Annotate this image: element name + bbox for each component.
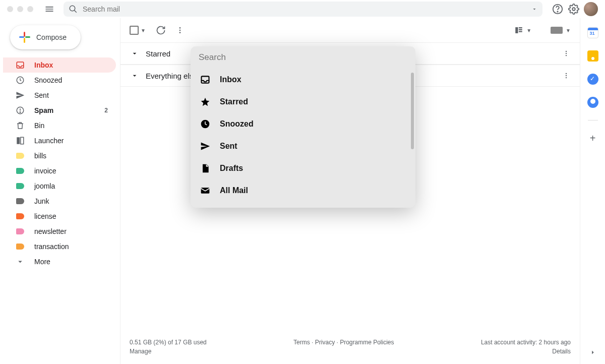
search-options-icon[interactable] [531,6,537,12]
terms-link[interactable]: Terms [293,339,310,346]
sidebar-item-transaction[interactable]: transaction [3,239,116,254]
nav-label: Inbox [34,61,53,69]
popup-item-drafts[interactable]: Drafts [191,157,415,179]
section-more-icon[interactable] [563,72,570,79]
tasks-app-icon[interactable] [587,74,598,85]
svg-point-0 [70,6,75,11]
sidebar-item-license[interactable]: license [3,209,116,224]
popup-item-starred[interactable]: Starred [191,91,415,113]
add-app-icon[interactable]: + [590,133,596,144]
contacts-app-icon[interactable] [587,97,598,108]
star-icon [200,96,211,107]
svg-point-4 [572,8,575,11]
label-icon [15,181,25,191]
svg-point-3 [557,11,558,12]
popup-search[interactable] [191,46,415,69]
sidebar-item-snoozed[interactable]: Snoozed [3,73,116,88]
popup-item-snoozed[interactable]: Snoozed [191,113,415,135]
account-avatar[interactable] [584,2,598,16]
sidebar-item-joomla[interactable]: joomla [3,178,116,194]
footer-links: Terms · Privacy · Programme Policies [293,339,394,346]
popup-scrollbar[interactable] [411,73,414,149]
nav-label: Launcher [34,137,64,145]
nav-list: InboxSnoozedSentSpam2BinLauncherbillsinv… [3,57,116,269]
clock-icon [15,75,25,85]
svg-point-21 [566,53,567,54]
popup-item-sent[interactable]: Sent [191,135,415,157]
sidebar-item-spam[interactable]: Spam2 [3,103,116,118]
popup-item-all-mail[interactable]: All Mail [191,179,415,202]
compose-button[interactable]: Compose [10,25,81,49]
sidebar-item-bills[interactable]: bills [3,148,116,163]
sidebar-item-newsletter[interactable]: newsletter [3,224,116,239]
details-link[interactable]: Details [481,348,571,355]
sidebar-item-junk[interactable]: Junk [3,194,116,209]
popup-item-inbox[interactable]: Inbox [191,69,415,91]
privacy-link[interactable]: Privacy [315,339,335,346]
svg-point-13 [179,30,181,31]
folder-picker-popup: InboxStarredSnoozedSentDraftsAll Mail [191,46,415,208]
label-icon [15,211,25,221]
settings-icon[interactable] [568,3,580,15]
select-all[interactable]: ▼ [130,26,146,35]
storage-text: 0.51 GB (2%) of 17 GB used [130,339,207,346]
menu-icon[interactable] [43,3,55,15]
select-dropdown-icon[interactable]: ▼ [141,28,146,33]
nav-label: Bin [34,122,44,130]
keep-app-icon[interactable] [587,50,598,62]
sidebar-item-launcher[interactable]: Launcher [3,133,116,148]
nav-label: bills [34,152,46,160]
popup-item-label: Sent [220,142,237,151]
chevron-down-icon [131,49,139,57]
footer: 0.51 GB (2%) of 17 GB used Manage Terms … [130,339,571,355]
more-icon[interactable] [176,26,184,34]
collapse-panel-icon[interactable] [589,349,596,356]
sidebar-item-bin[interactable]: Bin [3,118,116,133]
nav-label: Spam [34,106,53,114]
refresh-icon[interactable] [156,25,166,35]
send-icon [200,141,211,152]
label-icon [15,196,25,206]
sidebar-item-more[interactable]: More [3,254,116,269]
svg-point-12 [179,27,181,29]
inbox-icon [15,60,25,70]
svg-rect-15 [515,27,518,33]
sidebar-item-inbox[interactable]: Inbox [3,57,116,73]
popup-search-input[interactable] [199,46,407,69]
manage-link[interactable]: Manage [130,348,207,355]
svg-point-23 [566,73,567,74]
inbox-icon [200,74,211,85]
input-tools-toggle[interactable]: ▼ [551,27,571,34]
nav-label: newsletter [34,227,67,235]
svg-rect-19 [551,27,563,34]
window-controls [7,6,33,12]
traffic-zoom[interactable] [27,6,33,12]
top-bar [0,0,605,18]
traffic-close[interactable] [7,6,13,12]
split-pane-toggle[interactable]: ▼ [514,26,531,35]
search-input[interactable] [83,5,537,13]
policies-link[interactable]: Programme Policies [340,339,394,346]
section-more-icon[interactable] [563,50,570,57]
popup-list: InboxStarredSnoozedSentDraftsAll Mail [191,69,415,208]
svg-point-24 [566,75,567,76]
help-icon[interactable] [552,3,564,15]
svg-point-22 [566,55,567,56]
svg-rect-10 [17,137,20,144]
label-icon [15,151,25,161]
popup-item-label: Inbox [220,75,241,84]
clock-icon [200,118,211,130]
search-bar[interactable] [64,2,542,17]
svg-line-1 [74,10,77,13]
select-checkbox[interactable] [130,26,139,35]
svg-point-14 [179,32,181,33]
traffic-minimize[interactable] [17,6,23,12]
section-label: Starred [146,49,170,58]
footer-activity: Last account activity: 2 hours ago Detai… [481,339,571,355]
footer-storage: 0.51 GB (2%) of 17 GB used Manage [130,339,207,355]
nav-label: Snoozed [34,76,62,84]
sidebar-item-invoice[interactable]: invoice [3,163,116,178]
nav-count: 2 [104,107,110,114]
calendar-app-icon[interactable] [587,27,598,38]
sidebar-item-sent[interactable]: Sent [3,88,116,103]
